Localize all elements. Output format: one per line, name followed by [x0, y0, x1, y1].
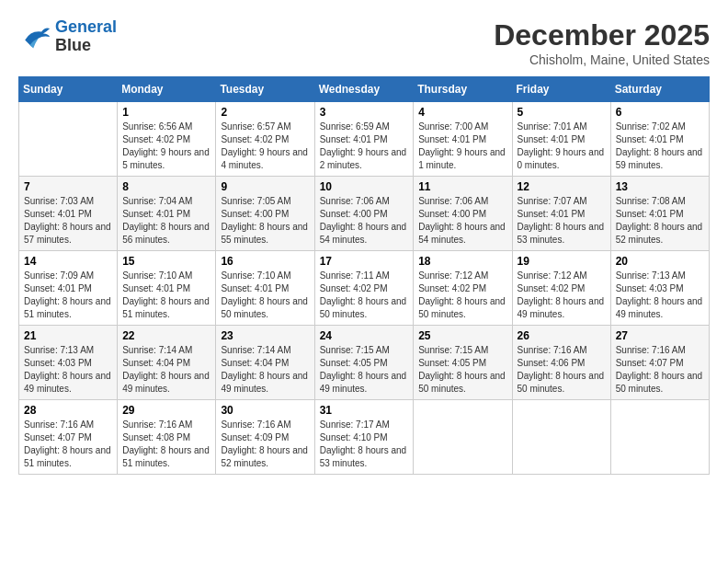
week-row-4: 28 Sunrise: 7:16 AMSunset: 4:07 PMDaylig…: [19, 400, 710, 475]
calendar-cell: 18 Sunrise: 7:12 AMSunset: 4:02 PMDaylig…: [414, 251, 512, 326]
month-title: December 2025: [494, 18, 710, 52]
day-number: 27: [616, 329, 704, 342]
day-number: 3: [320, 106, 409, 119]
calendar-cell: 23 Sunrise: 7:14 AMSunset: 4:04 PMDaylig…: [216, 326, 314, 400]
day-number: 2: [221, 106, 309, 119]
week-row-0: 1 Sunrise: 6:56 AMSunset: 4:02 PMDayligh…: [19, 102, 710, 177]
day-info: Sunrise: 7:14 AMSunset: 4:04 PMDaylight:…: [122, 344, 210, 396]
calendar-cell: 16 Sunrise: 7:10 AMSunset: 4:01 PMDaylig…: [216, 251, 314, 326]
day-number: 20: [616, 255, 704, 268]
calendar-cell: [414, 400, 512, 475]
day-info: Sunrise: 7:02 AMSunset: 4:01 PMDaylight:…: [616, 121, 704, 172]
calendar-cell: 5 Sunrise: 7:01 AMSunset: 4:01 PMDayligh…: [512, 102, 610, 177]
header-friday: Friday: [512, 77, 610, 102]
day-number: 14: [24, 255, 112, 268]
day-info: Sunrise: 7:04 AMSunset: 4:01 PMDaylight:…: [122, 195, 210, 247]
day-info: Sunrise: 7:15 AMSunset: 4:05 PMDaylight:…: [320, 344, 409, 396]
calendar-cell: 12 Sunrise: 7:07 AMSunset: 4:01 PMDaylig…: [512, 177, 610, 251]
logo-text: General Blue: [55, 18, 117, 55]
day-number: 15: [122, 255, 210, 268]
day-number: 12: [518, 180, 606, 193]
calendar-cell: 13 Sunrise: 7:08 AMSunset: 4:01 PMDaylig…: [610, 177, 709, 251]
day-info: Sunrise: 7:17 AMSunset: 4:10 PMDaylight:…: [320, 419, 409, 470]
header-saturday: Saturday: [610, 77, 709, 102]
day-info: Sunrise: 6:59 AMSunset: 4:01 PMDaylight:…: [320, 121, 409, 172]
calendar-cell: 30 Sunrise: 7:16 AMSunset: 4:09 PMDaylig…: [216, 400, 314, 475]
day-number: 31: [320, 404, 409, 417]
day-info: Sunrise: 7:16 AMSunset: 4:07 PMDaylight:…: [24, 419, 112, 470]
day-info: Sunrise: 7:16 AMSunset: 4:06 PMDaylight:…: [518, 344, 606, 396]
day-number: 26: [518, 329, 606, 342]
calendar-cell: 21 Sunrise: 7:13 AMSunset: 4:03 PMDaylig…: [19, 326, 118, 400]
calendar-cell: 9 Sunrise: 7:05 AMSunset: 4:00 PMDayligh…: [216, 177, 314, 251]
calendar-cell: 28 Sunrise: 7:16 AMSunset: 4:07 PMDaylig…: [19, 400, 118, 475]
week-row-2: 14 Sunrise: 7:09 AMSunset: 4:01 PMDaylig…: [19, 251, 710, 326]
calendar-cell: 4 Sunrise: 7:00 AMSunset: 4:01 PMDayligh…: [414, 102, 512, 177]
calendar-cell: 14 Sunrise: 7:09 AMSunset: 4:01 PMDaylig…: [19, 251, 118, 326]
day-info: Sunrise: 7:15 AMSunset: 4:05 PMDaylight:…: [418, 344, 506, 396]
calendar-cell: 25 Sunrise: 7:15 AMSunset: 4:05 PMDaylig…: [414, 326, 512, 400]
calendar-cell: 29 Sunrise: 7:16 AMSunset: 4:08 PMDaylig…: [118, 400, 216, 475]
day-info: Sunrise: 7:16 AMSunset: 4:09 PMDaylight:…: [221, 419, 309, 470]
calendar-cell: 24 Sunrise: 7:15 AMSunset: 4:05 PMDaylig…: [314, 326, 414, 400]
week-row-3: 21 Sunrise: 7:13 AMSunset: 4:03 PMDaylig…: [19, 326, 710, 400]
day-number: 5: [518, 106, 606, 119]
calendar-cell: 8 Sunrise: 7:04 AMSunset: 4:01 PMDayligh…: [118, 177, 216, 251]
calendar-cell: 2 Sunrise: 6:57 AMSunset: 4:02 PMDayligh…: [216, 102, 314, 177]
day-info: Sunrise: 6:56 AMSunset: 4:02 PMDaylight:…: [122, 121, 210, 172]
logo: General Blue: [18, 18, 117, 55]
day-info: Sunrise: 7:12 AMSunset: 4:02 PMDaylight:…: [418, 270, 506, 321]
calendar-header-row: SundayMondayTuesdayWednesdayThursdayFrid…: [19, 77, 710, 102]
header-monday: Monday: [118, 77, 216, 102]
header-thursday: Thursday: [414, 77, 512, 102]
day-number: 11: [418, 180, 506, 193]
calendar-cell: 26 Sunrise: 7:16 AMSunset: 4:06 PMDaylig…: [512, 326, 610, 400]
day-number: 9: [221, 180, 309, 193]
calendar-table: SundayMondayTuesdayWednesdayThursdayFrid…: [18, 76, 710, 475]
day-number: 29: [122, 404, 210, 417]
day-info: Sunrise: 6:57 AMSunset: 4:02 PMDaylight:…: [221, 121, 309, 172]
day-number: 7: [24, 180, 112, 193]
day-info: Sunrise: 7:01 AMSunset: 4:01 PMDaylight:…: [518, 121, 606, 172]
day-number: 4: [418, 106, 506, 119]
day-number: 6: [616, 106, 704, 119]
day-info: Sunrise: 7:11 AMSunset: 4:02 PMDaylight:…: [320, 270, 409, 321]
logo-icon: [18, 23, 51, 51]
calendar-cell: 15 Sunrise: 7:10 AMSunset: 4:01 PMDaylig…: [118, 251, 216, 326]
calendar-cell: 20 Sunrise: 7:13 AMSunset: 4:03 PMDaylig…: [610, 251, 709, 326]
week-row-1: 7 Sunrise: 7:03 AMSunset: 4:01 PMDayligh…: [19, 177, 710, 251]
calendar-cell: 31 Sunrise: 7:17 AMSunset: 4:10 PMDaylig…: [314, 400, 414, 475]
day-number: 19: [518, 255, 606, 268]
day-info: Sunrise: 7:07 AMSunset: 4:01 PMDaylight:…: [518, 195, 606, 247]
day-number: 18: [418, 255, 506, 268]
day-number: 24: [320, 329, 409, 342]
title-block: December 2025 Chisholm, Maine, United St…: [494, 18, 710, 67]
header-tuesday: Tuesday: [216, 77, 314, 102]
day-number: 28: [24, 404, 112, 417]
day-info: Sunrise: 7:03 AMSunset: 4:01 PMDaylight:…: [24, 195, 112, 247]
header-wednesday: Wednesday: [314, 77, 414, 102]
day-info: Sunrise: 7:08 AMSunset: 4:01 PMDaylight:…: [616, 195, 704, 247]
day-info: Sunrise: 7:06 AMSunset: 4:00 PMDaylight:…: [418, 195, 506, 247]
day-info: Sunrise: 7:06 AMSunset: 4:00 PMDaylight:…: [320, 195, 409, 247]
location: Chisholm, Maine, United States: [494, 52, 710, 67]
calendar-cell: 10 Sunrise: 7:06 AMSunset: 4:00 PMDaylig…: [314, 177, 414, 251]
calendar-cell: 11 Sunrise: 7:06 AMSunset: 4:00 PMDaylig…: [414, 177, 512, 251]
calendar-cell: 27 Sunrise: 7:16 AMSunset: 4:07 PMDaylig…: [610, 326, 709, 400]
header-sunday: Sunday: [19, 77, 118, 102]
day-info: Sunrise: 7:10 AMSunset: 4:01 PMDaylight:…: [221, 270, 309, 321]
day-number: 17: [320, 255, 409, 268]
day-info: Sunrise: 7:10 AMSunset: 4:01 PMDaylight:…: [122, 270, 210, 321]
day-number: 25: [418, 329, 506, 342]
logo-line1: General: [55, 17, 117, 36]
day-number: 1: [122, 106, 210, 119]
day-number: 21: [24, 329, 112, 342]
calendar-cell: 3 Sunrise: 6:59 AMSunset: 4:01 PMDayligh…: [314, 102, 414, 177]
calendar-cell: [512, 400, 610, 475]
calendar-cell: 7 Sunrise: 7:03 AMSunset: 4:01 PMDayligh…: [19, 177, 118, 251]
day-info: Sunrise: 7:14 AMSunset: 4:04 PMDaylight:…: [221, 344, 309, 396]
calendar-cell: [19, 102, 118, 177]
day-number: 22: [122, 329, 210, 342]
calendar-cell: 19 Sunrise: 7:12 AMSunset: 4:02 PMDaylig…: [512, 251, 610, 326]
day-info: Sunrise: 7:16 AMSunset: 4:07 PMDaylight:…: [616, 344, 704, 396]
